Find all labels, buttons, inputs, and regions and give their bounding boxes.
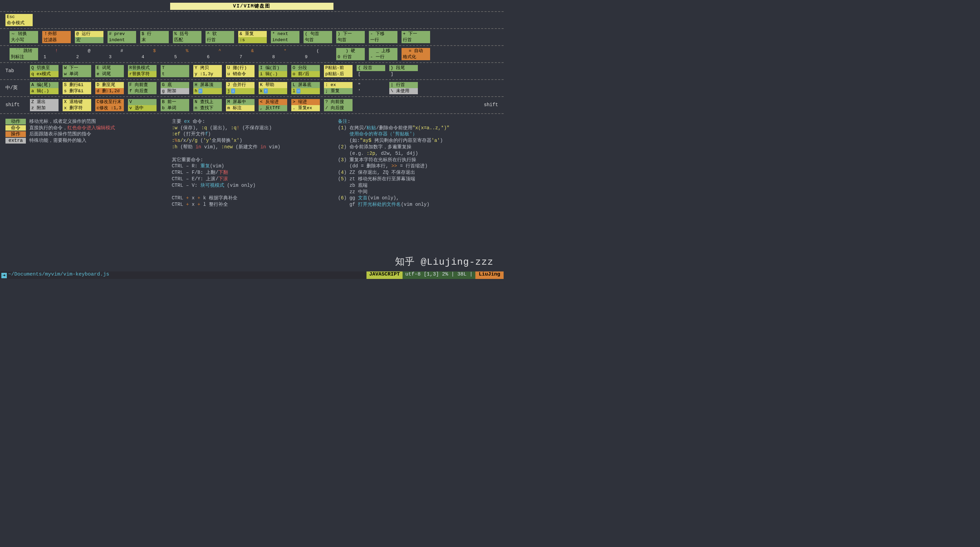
key: P粘贴-前p粘贴-后: [324, 65, 353, 77]
key-esc: Esc 命令模式: [5, 14, 33, 26]
row-label: shift: [5, 102, 26, 108]
file-path: ~/Documents/myvim/vim-keyboard.js: [0, 272, 366, 279]
key: + 下一行首: [401, 31, 430, 43]
key: B 前一b 单词: [161, 99, 189, 111]
key: % 括号匹配: [173, 31, 202, 43]
key: _ 上移- 一行: [369, 48, 398, 60]
status-info: utf-8 [1,3] 2% | 38L |: [402, 272, 476, 279]
key: & 重复:s: [238, 31, 267, 43]
key: # previndent: [108, 31, 136, 43]
key: < 反缩进, 反tTfF: [259, 99, 287, 111]
key: U 撤(行)u 销命令: [226, 65, 255, 77]
key: &7: [238, 48, 267, 60]
key: Q 切换至q ex模式: [30, 65, 59, 77]
key: ? 向前搜/ 向后搜: [324, 99, 353, 111]
key: ^6: [205, 48, 234, 60]
key: %5: [173, 48, 202, 60]
key: : ex; 重复: [324, 82, 353, 94]
key: ^ 软行首: [205, 31, 234, 43]
key: N 查找上n 查找下: [193, 99, 222, 111]
statusbar: ➔ ~/Documents/myvim/vim-keyboard.js JAVA…: [0, 272, 504, 279]
lang-tag: JAVASCRIPT: [366, 272, 402, 279]
key: X 退格键x 删字符: [63, 99, 91, 111]
key: $ 行末: [140, 31, 169, 43]
key: ) 下一句首: [336, 31, 365, 43]
key: C修改至行末c修改 :1,3: [95, 99, 124, 111]
key: Z 退出z 附加: [30, 99, 59, 111]
row-label: 中/英: [5, 85, 26, 91]
key: { 段首[: [356, 65, 385, 77]
key: O 分段o 前/后: [291, 65, 320, 77]
key: @ 运行宏: [75, 31, 103, 43]
key: ～ 转换大小写: [10, 31, 38, 43]
key: I 编(首)i 辑(.): [259, 65, 287, 77]
key: D 删至尾d 删:1,2d: [95, 82, 124, 94]
legend: 动作移动光标，或者定义操作的范围命令直接执行的命令，红色命令进入编辑模式操作后面…: [0, 115, 504, 208]
key: Y 拷贝y :1,3y: [193, 65, 222, 77]
key: (9: [304, 48, 332, 60]
key: ) 硬0 行首: [336, 48, 365, 60]
key: F 向前查f 向后查: [128, 82, 156, 94]
key: Vv 选中: [128, 99, 156, 111]
key: `` 跳转到标注: [10, 48, 38, 60]
status-user: LiuJing: [476, 272, 504, 279]
key: = 自动格式化: [401, 48, 430, 60]
key: } 段尾]: [389, 65, 418, 77]
key: A 编(尾)a 辑(.): [30, 82, 59, 94]
key: ！外部过滤器: [42, 31, 71, 43]
key: Tt: [161, 65, 189, 77]
title-banner: VI/VIM键盘图: [170, 3, 334, 10]
key: ( 句首句首: [304, 31, 332, 43]
key: S 删行&is 删字&i: [63, 82, 91, 94]
key: * nextindent: [271, 31, 299, 43]
arrow-icon: ➔: [2, 273, 7, 278]
key: #3: [108, 48, 136, 60]
key: !1: [42, 48, 71, 60]
key: @2: [75, 48, 103, 60]
key: > 缩进. 重复ex: [291, 99, 320, 111]
key: W 下一w 单词: [63, 65, 91, 77]
key: "': [356, 82, 385, 94]
key: L 屏幕底l →: [291, 82, 320, 94]
key: H 屏幕顶h ←: [193, 82, 222, 94]
key: M 屏幕中m 标注: [226, 99, 255, 111]
watermark: 知乎 @Liujing-zzz: [395, 256, 493, 268]
key: J 合并行j ↓: [226, 82, 255, 94]
key: - 下移一行: [369, 31, 398, 43]
key: E 词尾e 词尾: [95, 65, 124, 77]
key: G 底g 附加: [161, 82, 189, 94]
key: K 帮助k ↑: [259, 82, 287, 94]
key: R替换模式r替换字符: [128, 65, 156, 77]
key: | 行首\ 未使用: [389, 82, 418, 94]
key: *8: [271, 48, 299, 60]
row-label: Tab: [5, 68, 26, 74]
key: $4: [140, 48, 169, 60]
